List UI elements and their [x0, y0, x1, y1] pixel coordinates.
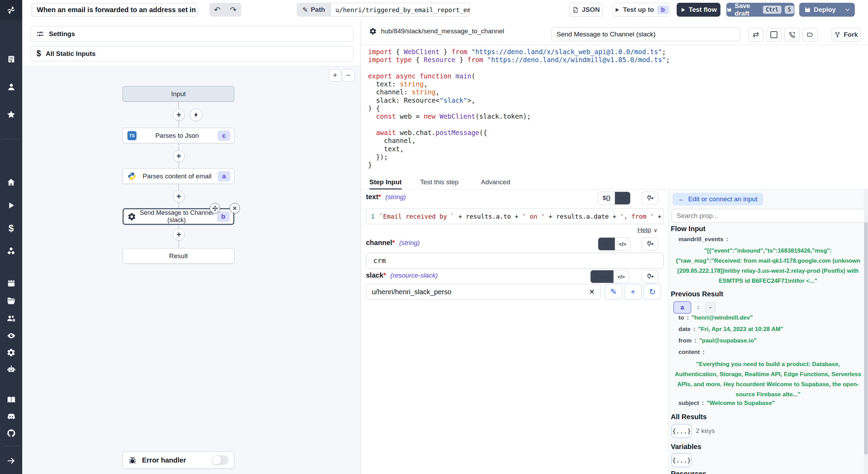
- variables-object-chip[interactable]: {...}: [671, 453, 692, 467]
- error-handler-node[interactable]: Error handler: [123, 451, 234, 469]
- favorites-star-icon[interactable]: [0, 107, 22, 122]
- insert-step-button[interactable]: +: [173, 191, 185, 202]
- mandrill-events-value[interactable]: "[{"event":"inbound","ts":1683819426,"ms…: [674, 246, 862, 286]
- delete-step-button[interactable]: ✕: [229, 203, 240, 213]
- step-summary-input[interactable]: Send Message to Channel (slack): [551, 27, 740, 41]
- deploy-button[interactable]: Deploy: [799, 3, 855, 17]
- code-mode-segment-active[interactable]: </>: [615, 192, 630, 204]
- discord-icon[interactable]: [0, 409, 22, 424]
- audit-eye-icon[interactable]: [0, 328, 22, 343]
- error-handler-toggle[interactable]: [212, 455, 228, 465]
- result-row-from[interactable]: from:"paul@supabase.io": [678, 337, 757, 344]
- step-a-badge[interactable]: a: [673, 301, 691, 314]
- resources-heading: Resources: [671, 470, 706, 474]
- swap-language-button[interactable]: ⇄: [748, 28, 763, 42]
- code-mode-segment[interactable]: </>: [614, 270, 629, 283]
- result-row-content-key[interactable]: content:: [678, 349, 707, 356]
- add-resource-button[interactable]: +: [624, 284, 642, 300]
- result-row-to[interactable]: to:"henri@windmill.dev": [678, 314, 753, 321]
- refresh-resource-button[interactable]: ↻: [644, 284, 661, 300]
- test-flow-label: Test flow: [689, 6, 717, 14]
- zoom-out-button[interactable]: −: [342, 69, 354, 82]
- resources-cubes-icon[interactable]: [0, 244, 22, 259]
- insert-step-button[interactable]: +: [173, 229, 185, 240]
- channel-connect-plug-button[interactable]: [642, 237, 658, 251]
- step-id-badge-a: a: [218, 171, 230, 181]
- previous-result-a-row[interactable]: a : -: [673, 301, 716, 314]
- move-step-handle[interactable]: [210, 203, 220, 213]
- trigger-bolt-button[interactable]: [190, 109, 202, 121]
- json-button[interactable]: JSON: [569, 3, 603, 17]
- undo-icon[interactable]: ↶: [209, 5, 225, 15]
- insert-step-button[interactable]: +: [173, 109, 185, 121]
- result-row-subject[interactable]: subject:"Welcome to Supabase": [678, 400, 775, 407]
- save-draft-button[interactable]: Save draft Ctrl S: [726, 3, 794, 17]
- text-expression-editor[interactable]: 1 `Email received by ` + results.a.to + …: [366, 208, 664, 224]
- home-icon[interactable]: [0, 175, 22, 190]
- flow-node-result[interactable]: Result: [123, 248, 234, 264]
- insert-step-button[interactable]: +: [173, 150, 185, 162]
- flow-title-input[interactable]: When an email is forwarded to an address…: [32, 3, 198, 17]
- path-chip-label: Path: [311, 6, 325, 14]
- text-expression-code: `Email received by ` + results.a.to + ' …: [379, 213, 663, 220]
- code-mode-segment[interactable]: </>: [615, 238, 630, 250]
- slack-resource-picker[interactable]: u/henri/henri_slack_perso ✕: [366, 284, 601, 300]
- mandrill-events-row[interactable]: mandrill_events:: [678, 236, 731, 243]
- fork-button[interactable]: Fork: [832, 28, 861, 42]
- graph-canvas[interactable]: [22, 66, 361, 474]
- settings-gear-icon[interactable]: [0, 345, 22, 360]
- flow-settings-card[interactable]: Settings: [31, 26, 353, 42]
- result-content-value[interactable]: "Everything you need to build a product:…: [674, 359, 862, 399]
- variables-dollar-icon[interactable]: $: [0, 221, 22, 236]
- slack-input-mode-toggle[interactable]: Static </>: [590, 270, 629, 283]
- clear-resource-x-icon[interactable]: ✕: [589, 288, 595, 296]
- folders-icon[interactable]: [0, 293, 22, 308]
- zoom-in-button[interactable]: +: [329, 69, 341, 82]
- edit-resource-button[interactable]: ✎: [605, 284, 622, 300]
- collapse-minus-chip[interactable]: -: [705, 302, 716, 313]
- scrollbar-thumb[interactable]: [864, 222, 868, 455]
- workers-robot-icon[interactable]: [0, 362, 22, 377]
- runs-play-icon[interactable]: [0, 198, 22, 213]
- channel-field-label: channel* (string): [366, 239, 420, 247]
- deploy-dropdown-chevron-icon[interactable]: [841, 3, 854, 16]
- workspace-icon[interactable]: [0, 51, 22, 67]
- text-input-mode-toggle[interactable]: ${} </>: [598, 192, 631, 205]
- redo-icon[interactable]: ↷: [225, 5, 241, 15]
- call-phone-button[interactable]: [784, 28, 800, 42]
- edit-or-connect-button[interactable]: ← Edit or connect an input: [673, 193, 763, 205]
- test-flow-button[interactable]: Test flow: [677, 3, 720, 17]
- github-icon[interactable]: [0, 425, 22, 441]
- tab-step-input[interactable]: Step Input: [369, 175, 402, 189]
- flow-node-parses-content[interactable]: Parses content of email a: [123, 168, 234, 184]
- tab-test-this-step[interactable]: Test this step: [420, 175, 459, 189]
- path-value-input[interactable]: u/henri/triggered_by_email_report_email: [331, 3, 470, 17]
- stop-square-button[interactable]: [766, 28, 782, 42]
- text-connect-plug-button[interactable]: [642, 192, 658, 205]
- windmill-logo[interactable]: [0, 0, 22, 20]
- user-icon[interactable]: [0, 79, 22, 94]
- docs-book-icon[interactable]: [0, 392, 22, 407]
- interpolate-mode-segment-active[interactable]: ${}: [598, 238, 615, 250]
- tag-flag-button[interactable]: [802, 28, 818, 42]
- all-static-inputs-card[interactable]: $ All Static Inputs: [31, 46, 353, 61]
- test-up-to-button[interactable]: Test up to b: [613, 3, 670, 17]
- static-mode-segment-active[interactable]: Static: [591, 270, 614, 283]
- interpolate-mode-segment[interactable]: ${}: [598, 192, 615, 204]
- all-results-keys-count: 2 keys: [696, 427, 715, 435]
- result-row-date[interactable]: date:"Fri, Apr 14, 2023 at 10:28 AM": [678, 326, 783, 333]
- schedules-calendar-icon[interactable]: [0, 275, 22, 290]
- slack-connect-plug-button[interactable]: [642, 270, 658, 283]
- expand-sidebar-arrow-icon[interactable]: [0, 453, 22, 468]
- search-prop-input[interactable]: [671, 209, 865, 223]
- groups-icon[interactable]: [0, 311, 22, 326]
- help-link[interactable]: Help ∨: [637, 226, 658, 234]
- tab-advanced[interactable]: Advanced: [481, 175, 510, 189]
- flow-node-parses-to-json[interactable]: TS Parses to Json c: [123, 128, 234, 143]
- flow-node-input[interactable]: Input: [123, 86, 234, 102]
- channel-value-input[interactable]: crm: [366, 253, 664, 269]
- channel-input-mode-toggle[interactable]: ${} </>: [598, 237, 631, 251]
- step-code-editor[interactable]: import { WebClient } from "https://deno.…: [368, 48, 861, 169]
- path-chip[interactable]: ✎ Path: [297, 3, 331, 17]
- all-results-object-chip[interactable]: {...}: [671, 424, 692, 438]
